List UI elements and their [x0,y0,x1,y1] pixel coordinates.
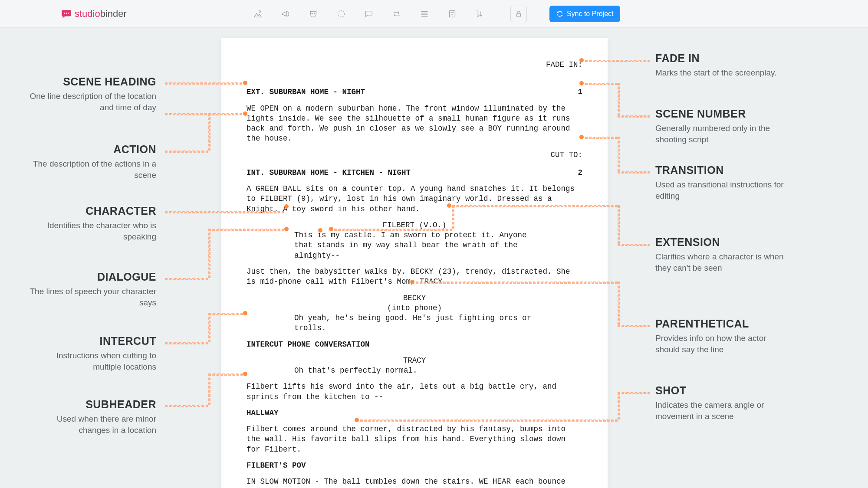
connector [165,211,284,213]
scene-1-action: WE OPEN on a modern suburban home. The f… [247,104,582,144]
dot [243,372,247,376]
scene-1-num-right: 1 [578,87,582,97]
scene-2-num-right: 2 [578,168,582,178]
dot [579,81,584,85]
annotation-transition: TRANSITIONUsed as transitional instructi… [655,164,786,201]
connector [452,205,454,229]
annotation-extension: EXTENSIONClarifies where a character is … [655,236,786,273]
connector [618,137,620,171]
connector [165,278,208,280]
connector [416,282,618,284]
subheader-hallway: HALLWAY [247,408,582,418]
connector [618,244,650,246]
refresh-icon [556,10,563,17]
shot-pov: FILBERT'S POV [247,461,582,471]
comment-icon[interactable] [364,9,374,19]
brand-name: studiobinder [75,8,127,20]
scene-2-action: A GREEN BALL sits on a counter top. A yo… [247,184,582,214]
lock-button[interactable] [510,6,527,22]
connector [618,171,650,174]
note-icon[interactable] [447,9,457,19]
connector [208,113,210,151]
annotation-scene-heading: SCENE HEADINGOne line description of the… [26,75,156,113]
topbar: studiobinder 12 Sync to Project [0,0,868,28]
connector [585,137,618,139]
connector [208,313,210,342]
scene-1-heading: EXT. SUBURBAN HOME - NIGHT 1 [247,87,582,97]
circle-icon[interactable] [336,9,346,19]
connector [208,229,210,278]
action-slowmo: IN SLOW MOTION - The ball tumbles down t… [247,477,582,488]
scene-2-heading: 2 INT. SUBURBAN HOME - KITCHEN - NIGHT 2 [247,168,582,178]
dot [243,311,247,315]
svg-rect-10 [516,13,520,16]
scene-2-slug: INT. SUBURBAN HOME - KITCHEN - NIGHT [247,168,411,177]
dot [318,228,322,233]
annotation-shot: SHOTIndicates the camera angle or moveme… [655,384,786,422]
svg-point-4 [312,13,312,14]
connector [618,83,620,115]
character-tracy: TRACY [247,356,582,366]
dot [284,227,289,231]
svg-point-6 [338,10,345,17]
dot [243,81,247,85]
svg-point-2 [68,12,69,13]
scene-icon[interactable] [253,9,263,19]
character-becky: BECKY [247,293,582,303]
svg-point-0 [64,12,65,13]
dot [410,280,414,284]
svg-rect-7 [449,10,455,17]
annotation-subheader: SUBHEADERUsed when there are minor chang… [26,398,156,436]
connector [165,151,208,153]
lines-icon[interactable] [419,9,430,19]
toolbar: 12 Sync to Project [253,6,621,22]
mask-icon[interactable] [308,9,319,19]
speech-bubble-icon [61,8,72,20]
connector [618,392,620,419]
swap-icon[interactable] [391,9,402,19]
svg-point-3 [259,10,261,12]
annotation-parenthetical: PARENTHETICALProvides info on how the ac… [655,318,786,355]
dot [579,58,584,62]
dot [579,135,584,139]
connector [165,342,208,344]
dot [447,203,451,208]
stage: FADE IN: EXT. SUBURBAN HOME - NIGHT 1 WE… [0,28,868,488]
sync-to-project-button[interactable]: Sync to Project [549,6,621,22]
dialogue-filbert: This is my castle. I am sworn to protect… [294,230,535,261]
connector [618,115,650,118]
annotation-intercut: INTERCUTInstructions when cutting to mul… [26,335,156,372]
svg-point-1 [66,12,67,13]
svg-text:2: 2 [477,14,479,18]
connector [585,60,650,62]
dot [355,418,359,422]
connector [208,373,210,405]
connector [618,325,650,327]
megaphone-icon[interactable] [280,9,291,19]
annotation-action: ACTIONThe description of the actions in … [26,143,156,180]
connector [165,82,242,85]
connector [208,229,284,231]
connector [208,313,243,315]
dialogue-tracy: Oh that's perfectly normal. [294,366,535,376]
connector [585,83,618,85]
annotation-scene-number: SCENE NUMBERGenerally numbered only in t… [655,108,786,145]
scene-1-slug: EXT. SUBURBAN HOME - NIGHT [247,88,365,96]
brand-logo[interactable]: studiobinder [61,8,127,20]
connector [618,282,620,325]
svg-text:1: 1 [477,10,479,14]
connector [334,229,452,231]
connector [618,205,620,244]
connector [452,205,618,207]
connector [618,392,650,394]
transition-cut: CUT TO: [247,150,582,160]
numbering-icon[interactable]: 12 [475,9,485,19]
connector [165,405,208,407]
action-sword: Filbert lifts his sword into the air, le… [247,382,582,402]
fade-in: FADE IN: [247,60,582,70]
annotation-fade-in: FADE INMarks the start of the screenplay… [655,52,786,79]
parenthetical-becky: (into phone) [247,303,582,313]
action-hallway: Filbert comes around the corner, distrac… [247,424,582,455]
dot [243,111,247,116]
connector [360,419,618,422]
